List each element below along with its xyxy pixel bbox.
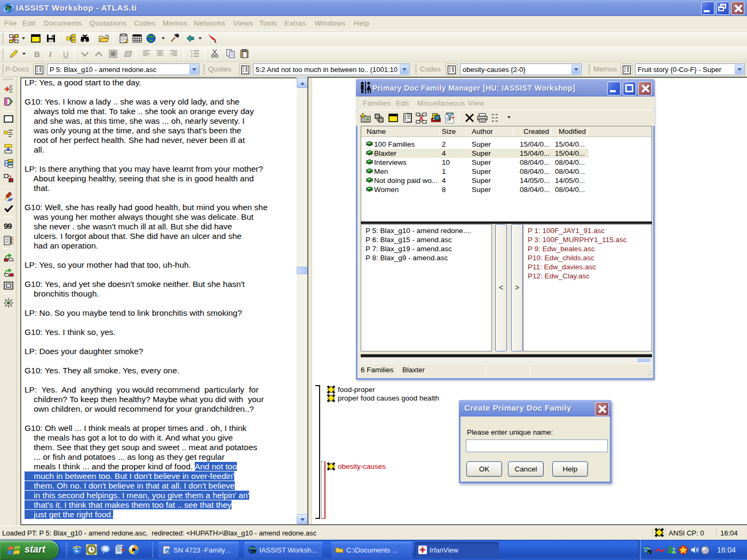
svg-text:ti: ti	[7, 6, 10, 11]
svg-text:ti: ti	[648, 551, 650, 554]
svg-text:e: e	[166, 549, 169, 554]
svg-text:ti: ti	[253, 550, 255, 554]
